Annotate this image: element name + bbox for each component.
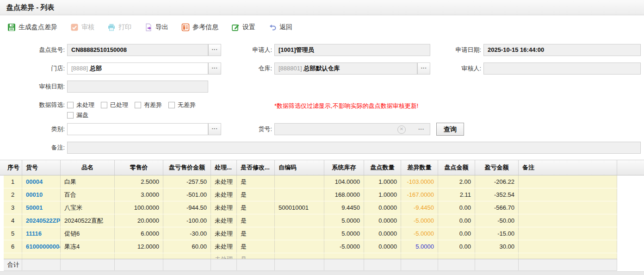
- apply-date-input[interactable]: 2025-10-15 16:44:00: [483, 44, 641, 56]
- page-title-bar: 盘点差异 - 列表: [0, 0, 644, 15]
- col-header-profit-loss[interactable]: 盈亏金额: [475, 160, 519, 175]
- table-cell: [519, 188, 617, 201]
- store-input[interactable]: [8888]总部: [67, 62, 208, 75]
- total-label-cell: 合计: [4, 259, 22, 270]
- table-cell: -352.54: [475, 188, 519, 201]
- checkbox-unprocessed[interactable]: 未处理: [67, 100, 94, 110]
- checkbox-box[interactable]: [67, 112, 74, 119]
- item-no-link[interactable]: 11116: [22, 227, 61, 240]
- auditor-input[interactable]: [483, 62, 641, 75]
- table-cell: 5.0000: [324, 227, 364, 240]
- col-header-product-name[interactable]: 品名: [61, 160, 115, 175]
- save-icon: [7, 23, 16, 31]
- col-header-custom-code[interactable]: 自编码: [275, 160, 324, 175]
- applicant-input[interactable]: [1001]管理员: [274, 44, 430, 56]
- col-header-process[interactable]: 处理...: [211, 160, 237, 175]
- item-no-link[interactable]: 50001: [22, 201, 61, 214]
- table-cell: 500010001: [275, 201, 324, 214]
- checkbox-missed-count[interactable]: 漏盘: [67, 111, 88, 120]
- settings-button[interactable]: 设置: [231, 23, 255, 31]
- batch-no-picker-button[interactable]: ···: [208, 44, 221, 56]
- table-row[interactable]: 350001八宝米100.0000-944.50未处理是5000100019.4…: [4, 201, 617, 214]
- table-header: 序号 货号 品名 零售价 盘亏售价金额 处理... 是否修改... 自编码 系统…: [0, 160, 644, 175]
- table-cell: 20.0000: [115, 214, 163, 227]
- total-cell: [237, 259, 275, 270]
- checkbox-box[interactable]: [67, 102, 74, 108]
- item-no-picker-button[interactable]: ···: [418, 124, 424, 135]
- table-cell: -9.4450: [401, 201, 438, 214]
- item-no-link[interactable]: 00004: [22, 175, 61, 188]
- col-header-loss-amount[interactable]: 盘亏售价金额: [163, 160, 211, 175]
- warehouse-input[interactable]: [888801]总部默认仓库: [274, 62, 417, 75]
- table-row[interactable]: 100004白果2.5000-257.50未处理是104.00001.0000-…: [4, 175, 617, 188]
- table-cell: [519, 227, 617, 240]
- reference-info-icon: [181, 23, 190, 31]
- reference-info-button[interactable]: 参考信息: [181, 23, 218, 31]
- checkbox-no-difference[interactable]: 无差异: [168, 100, 196, 110]
- col-header-diff-qty[interactable]: 差异数量: [401, 160, 438, 175]
- col-header-modified[interactable]: 是否修改...: [237, 160, 275, 175]
- table-cell: 0.0000: [364, 240, 401, 253]
- item-no-link[interactable]: 20240522ZP: [22, 214, 61, 227]
- col-header-retail-price[interactable]: 零售价: [115, 160, 163, 175]
- table-cell: 未处理: [211, 175, 237, 188]
- table-cell: 未处理: [211, 240, 237, 253]
- batch-no-input[interactable]: CN88882510150008: [67, 44, 208, 56]
- table-cell: -167.0000: [401, 188, 438, 201]
- table-row[interactable]: 200010百合3.0000-501.00未处理是168.00001.0000-…: [4, 188, 617, 201]
- table-cell: [438, 253, 475, 259]
- table-cell: [275, 214, 324, 227]
- audit-date-input[interactable]: [67, 81, 208, 93]
- export-button[interactable]: 导出: [144, 23, 168, 31]
- table-cell: 1.0000: [364, 188, 401, 201]
- table-cell: [115, 253, 163, 259]
- checkbox-box[interactable]: [101, 102, 107, 108]
- remark-input[interactable]: [67, 142, 641, 154]
- header-form: 盘点批号: CN88882510150008 ··· 申请人: [1001]管理…: [0, 39, 644, 160]
- col-header-count-amount[interactable]: 盘点金额: [438, 160, 475, 175]
- category-input[interactable]: [67, 123, 208, 135]
- table-cell: -15.00: [475, 227, 519, 240]
- total-cell: [438, 259, 475, 270]
- table-cell: -5.0000: [324, 240, 364, 253]
- col-header-count-qty[interactable]: 盘点数量: [364, 160, 401, 175]
- item-no-link[interactable]: 00010: [22, 188, 61, 201]
- horizontal-scrollbar-track[interactable]: [0, 271, 644, 275]
- table-cell: 是: [237, 253, 275, 259]
- total-cell: [401, 259, 438, 270]
- category-picker-button[interactable]: ···: [208, 123, 221, 135]
- store-picker-button[interactable]: ···: [208, 62, 221, 75]
- checkbox-box[interactable]: [168, 102, 175, 108]
- checkbox-processed[interactable]: 已处理: [101, 100, 128, 110]
- total-cell: [163, 259, 211, 270]
- table-cell: [519, 175, 617, 188]
- col-header-item-no[interactable]: 货号: [22, 160, 61, 175]
- table-row[interactable]: 420240522ZP20240522直配20.0000-100.00未处理是5…: [4, 214, 617, 227]
- print-label: 打印: [118, 23, 131, 31]
- table-cell: -257.50: [163, 175, 211, 188]
- col-header-remark[interactable]: 备注: [519, 160, 617, 175]
- item-no-input[interactable]: ✕ ···: [274, 123, 430, 135]
- item-no-link[interactable]: 61000000004...: [22, 240, 61, 253]
- col-header-seq[interactable]: 序号: [4, 160, 22, 175]
- col-header-system-stock[interactable]: 系统库存: [324, 160, 364, 175]
- table-cell: 2.5000: [115, 175, 163, 188]
- clear-icon[interactable]: ✕: [397, 125, 406, 134]
- checkbox-box[interactable]: [135, 102, 141, 108]
- back-button[interactable]: 返回: [268, 23, 292, 31]
- filter-warning-note: *数据筛选仅过滤显示,不影响实际的盘点数据审核更新!: [274, 102, 418, 110]
- generate-difference-button[interactable]: 生成盘点差异: [7, 23, 57, 31]
- table-cell: [519, 253, 617, 259]
- table-cell: 104.0000: [324, 175, 364, 188]
- checkbox-has-difference[interactable]: 有差异: [135, 100, 162, 110]
- table-row[interactable]: 661000000004...果冻412.000060.00未处理是-5.000…: [4, 240, 617, 253]
- generate-difference-label: 生成盘点差异: [19, 23, 57, 31]
- print-button[interactable]: 打印: [107, 23, 131, 31]
- warehouse-label: 仓库:: [231, 62, 272, 75]
- audit-button[interactable]: 审核: [70, 23, 94, 31]
- warehouse-picker-button[interactable]: ···: [417, 62, 430, 75]
- table-cell: 3.0000: [115, 188, 163, 201]
- query-button[interactable]: 查询: [436, 123, 464, 136]
- settings-label: 设置: [242, 23, 255, 31]
- table-row[interactable]: 511116促销66.0000-30.00未处理是5.00000.0000-5.…: [4, 227, 617, 240]
